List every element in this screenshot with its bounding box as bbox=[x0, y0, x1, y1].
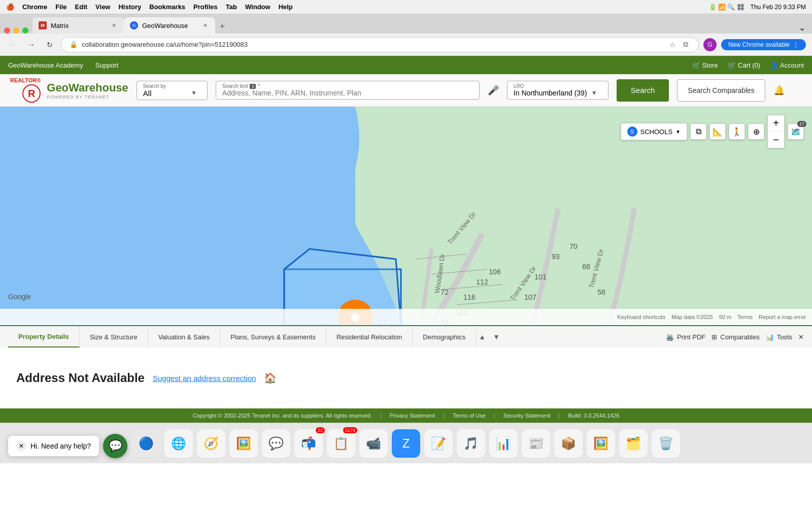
security-link[interactable]: Security Statement bbox=[503, 412, 551, 419]
search-comparables-button[interactable]: Search Comparables bbox=[677, 79, 765, 102]
tab-close-matrix[interactable]: ✕ bbox=[110, 21, 118, 29]
menu-file[interactable]: File bbox=[55, 3, 66, 11]
dock-app-word[interactable]: 📝 bbox=[424, 429, 453, 458]
tab-valuation-sales[interactable]: Valuation & Sales bbox=[148, 327, 221, 347]
nav-support[interactable]: Support bbox=[95, 61, 119, 69]
facetime-icon: 📹 bbox=[366, 436, 381, 451]
map-area[interactable]: 106 112 116 122 78 77 72 93 101 107 70 6… bbox=[0, 107, 812, 325]
dock-app-music[interactable]: 🎵 bbox=[457, 429, 485, 458]
forward-button[interactable]: → bbox=[24, 38, 39, 52]
report-map-error-link[interactable]: Report a map error bbox=[759, 314, 806, 320]
dock-app-preview[interactable]: 🖼️ bbox=[587, 429, 615, 458]
print-pdf-button[interactable]: 🖨️ Print PDF bbox=[666, 333, 705, 341]
dock-app-facetime[interactable]: 📹 bbox=[359, 429, 388, 458]
bottom-tabs: Property Details Size & Structure Valuat… bbox=[0, 325, 812, 347]
nav-store[interactable]: 🛒 Store bbox=[692, 61, 718, 69]
menu-edit[interactable]: Edit bbox=[75, 3, 88, 11]
terms-link[interactable]: Terms bbox=[737, 314, 753, 320]
tab-residential-relocation[interactable]: Residential Relocation bbox=[326, 327, 413, 347]
search-by-group: Search by All Address Name PIN ▼ bbox=[137, 81, 208, 100]
map-location-button[interactable]: ⊕ bbox=[748, 123, 764, 140]
dock-app-trash[interactable]: 🗑️ bbox=[652, 429, 680, 458]
menu-chrome[interactable]: Chrome bbox=[22, 3, 47, 11]
geo-logo-sub: POWERED BY TERANET bbox=[47, 94, 128, 100]
notifications-icon[interactable]: 🔔 bbox=[773, 85, 785, 96]
map-layers-button[interactable]: ⧉ bbox=[690, 123, 706, 140]
zoom-in-button[interactable]: + bbox=[768, 115, 784, 132]
browser-chrome: M Matrix ✕ G GeoWarehouse ✕ + ⌄ ← → ↻ 🔒 … bbox=[0, 14, 812, 56]
chat-open-button[interactable]: 💬 bbox=[103, 434, 127, 458]
address-input-bar[interactable]: 🔒 collaboration.geowarehouse.ca/ui/home?… bbox=[61, 37, 699, 52]
search-text-input[interactable] bbox=[222, 89, 473, 97]
url-text: collaboration.geowarehouse.ca/ui/home?pi… bbox=[82, 41, 664, 48]
dock-app-zoom[interactable]: Z bbox=[392, 429, 420, 458]
tab-matrix[interactable]: M Matrix ✕ bbox=[32, 17, 124, 34]
tab-list-button[interactable]: ⌄ bbox=[796, 21, 808, 34]
tab-property-details[interactable]: Property Details bbox=[8, 327, 80, 347]
new-chrome-button[interactable]: New Chrome available ⋮ bbox=[721, 39, 806, 50]
menu-help[interactable]: Help bbox=[279, 3, 293, 11]
tab-close-geo[interactable]: ✕ bbox=[201, 21, 209, 29]
dock-app-mail[interactable]: 📬 22 bbox=[294, 429, 323, 458]
menu-history[interactable]: History bbox=[118, 3, 141, 11]
nav-cart[interactable]: 🛒 Cart (0) bbox=[728, 61, 760, 69]
microphone-icon[interactable]: 🎤 bbox=[488, 85, 499, 96]
extension-icon[interactable]: ⧉ bbox=[681, 40, 690, 49]
dock-app-excel[interactable]: 📊 bbox=[489, 429, 518, 458]
menu-window[interactable]: Window bbox=[245, 3, 270, 11]
zoom-out-button[interactable]: − bbox=[768, 132, 784, 148]
traffic-light-close[interactable] bbox=[4, 27, 10, 34]
tab-favicon-matrix: M bbox=[39, 21, 47, 29]
comparables-button[interactable]: ⊞ Comparables bbox=[712, 333, 759, 341]
reload-button[interactable]: ↻ bbox=[43, 38, 57, 52]
map-measure-button[interactable]: 📐 bbox=[709, 123, 726, 140]
nav-account[interactable]: 👤 Account bbox=[770, 61, 804, 69]
chat-close-button[interactable]: ✕ bbox=[16, 441, 26, 451]
privacy-link[interactable]: Privacy Statement bbox=[390, 412, 435, 419]
back-button[interactable]: ← bbox=[6, 38, 20, 52]
scroll-up-button[interactable]: ▲ bbox=[476, 331, 488, 343]
menu-bookmarks[interactable]: Bookmarks bbox=[149, 3, 185, 11]
apple-menu[interactable]: 🍎 bbox=[6, 3, 14, 11]
tab-geowarehouse[interactable]: G GeoWarehouse ✕ bbox=[124, 17, 215, 34]
menu-tab[interactable]: Tab bbox=[226, 3, 237, 11]
bookmark-icon[interactable]: ☆ bbox=[668, 40, 677, 49]
schools-button[interactable]: S SCHOOLS ▼ bbox=[621, 123, 687, 140]
dock-app-files[interactable]: 🗂️ bbox=[619, 429, 648, 458]
dock-app-messages[interactable]: 💬 bbox=[262, 429, 290, 458]
scale-label: 50 m bbox=[719, 314, 731, 320]
dock-app-finder[interactable]: 🔵 bbox=[132, 429, 160, 458]
capture-icon: 📦 bbox=[561, 436, 576, 451]
tools-button[interactable]: 📊 Tools bbox=[766, 333, 792, 341]
new-tab-button[interactable]: + bbox=[215, 19, 229, 34]
dock-app-capture[interactable]: 📦 bbox=[554, 429, 583, 458]
search-comparables-label: Search Comparables bbox=[688, 86, 755, 94]
schools-icon: S bbox=[627, 126, 637, 137]
traffic-light-maximize[interactable] bbox=[22, 27, 28, 34]
dock-app-news[interactable]: 📰 bbox=[522, 429, 550, 458]
close-panel-button[interactable]: ✕ bbox=[798, 333, 804, 341]
tab-size-structure[interactable]: Size & Structure bbox=[80, 327, 148, 347]
menu-view[interactable]: View bbox=[95, 3, 110, 11]
dock-app-photos[interactable]: 🖼️ bbox=[229, 429, 258, 458]
lro-select[interactable]: In Northumberland (39) bbox=[514, 89, 587, 97]
profile-avatar[interactable]: G bbox=[703, 38, 717, 52]
scroll-down-button[interactable]: ▼ bbox=[490, 331, 502, 343]
map-streetview-button[interactable]: 🚶 bbox=[729, 123, 745, 140]
menu-profiles[interactable]: Profiles bbox=[193, 3, 218, 11]
map-overlay-button[interactable]: 🗺️ 17 bbox=[788, 123, 804, 140]
keyboard-shortcuts[interactable]: Keyboard shortcuts bbox=[617, 314, 665, 320]
search-s-badge: S bbox=[250, 84, 256, 89]
search-button[interactable]: Search bbox=[617, 79, 669, 102]
address-correction-link[interactable]: Suggest an address correction bbox=[153, 374, 256, 383]
nav-academy[interactable]: GeoWarehouse Academy bbox=[8, 61, 83, 69]
terms-link[interactable]: Terms of Use bbox=[453, 412, 486, 419]
traffic-light-minimize[interactable] bbox=[13, 27, 19, 34]
dock-app-safari[interactable]: 🧭 bbox=[197, 429, 225, 458]
comparables-label: Comparables bbox=[720, 333, 759, 341]
search-by-select[interactable]: All Address Name PIN bbox=[143, 89, 180, 98]
dock-app-chrome[interactable]: 🌐 bbox=[164, 429, 193, 458]
tab-demographics[interactable]: Demographics bbox=[413, 327, 476, 347]
dock-app-notes[interactable]: 📋 2174 bbox=[327, 429, 355, 458]
tab-plans-surveys[interactable]: Plans, Surveys & Easements bbox=[220, 327, 326, 347]
